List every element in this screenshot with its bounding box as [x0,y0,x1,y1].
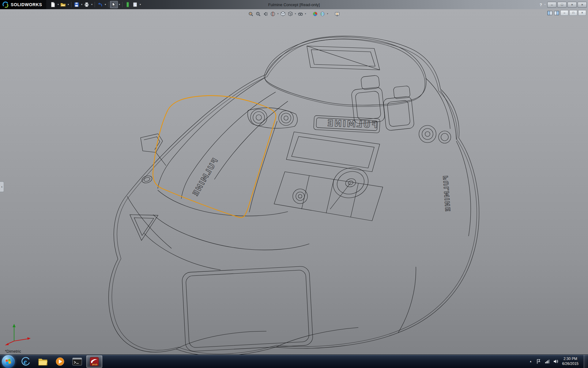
clock-date: 6/26/2015 [562,362,579,366]
apply-scene-button[interactable] [319,10,326,17]
dropdown-caret-icon[interactable]: ▾ [139,3,141,6]
pane-right-button[interactable] [554,10,560,16]
zoom-to-fit-icon [248,11,254,17]
3ds-logo-icon [2,2,9,8]
display-style-icon [288,11,293,17]
new-document-icon [50,2,56,7]
network-icon[interactable] [545,359,550,364]
system-tray: ▲ 2:30 PM 6/26/2015 [529,355,588,368]
show-desktop-button[interactable] [584,355,588,368]
wireframe-car-model [109,36,479,355]
color-swatch-button[interactable] [124,1,131,8]
view-settings-icon [335,11,340,17]
open-folder-icon [60,2,66,7]
close-button[interactable]: × [567,2,577,8]
view-orientation-button[interactable] [280,10,287,17]
previous-view-icon [263,11,268,17]
selected-edge-highlight[interactable] [153,96,276,218]
dropdown-caret-icon[interactable]: ▾ [57,3,59,6]
hide-show-items-icon [298,11,303,17]
hud-caret-icon[interactable]: ▾ [294,13,297,15]
taskbar-solidworks[interactable]: 2015 [86,355,102,368]
hud-caret-icon[interactable]: ▾ [277,13,279,15]
toolbar-separator [108,2,108,7]
dropdown-caret-icon[interactable]: ▾ [118,3,121,6]
action-center-icon[interactable] [536,359,541,364]
new-document-button[interactable] [49,1,57,8]
taskbar-internet-explorer[interactable]: e [18,355,34,368]
edit-appearance-button[interactable] [312,10,319,17]
svg-text:2015: 2015 [92,363,97,366]
maximize-button[interactable]: □ [557,2,567,8]
zoom-to-area-button[interactable] [255,10,262,17]
zoom-to-area-icon [256,11,261,17]
taskbar: e [0,355,588,368]
taskbar-media-player[interactable] [52,355,68,368]
app-logo: SOLIDWORKS [0,0,46,9]
triad-axes-icon [4,321,32,346]
solidworks-window: SOLIDWORKS ▾ ▾ [0,0,588,368]
folder-icon [38,357,48,366]
dropdown-caret-icon[interactable]: ▾ [67,3,70,6]
toolbar-separator [122,2,123,7]
help-button[interactable]: ? [539,2,543,7]
options-sheet-icon [132,2,138,7]
command-prompt-icon [72,357,82,366]
view-orientation-label: *Dimetric [5,349,21,354]
standard-toolbar: ▾ ▾ ▾ [49,1,141,8]
options-button[interactable] [131,1,139,8]
minimize-button[interactable]: – [547,2,556,8]
taskbar-windows-explorer[interactable] [35,355,51,368]
section-view-button[interactable] [270,10,277,17]
document-minimize-button[interactable]: – [560,10,568,16]
solidworks-app-icon: 2015 [89,357,99,366]
open-button[interactable] [59,1,67,8]
heads-up-view-toolbar: ▾ ▾ ▾ [247,10,341,17]
hud-caret-icon[interactable]: ▾ [326,13,329,15]
windows-flag-icon [5,358,11,365]
model-text-right: FULMINE [442,175,452,213]
undo-button[interactable] [96,1,104,8]
print-icon [84,2,89,7]
select-cursor-icon [111,2,117,7]
apply-scene-icon [320,11,325,17]
dropdown-caret-icon[interactable]: ▾ [80,3,83,6]
print-button[interactable] [83,1,90,8]
undo-icon [97,2,103,7]
previous-view-button[interactable] [262,10,269,17]
help-caret-icon[interactable]: ▾ [544,3,546,6]
media-player-icon [55,357,65,366]
graphics-area: FULMINE FULMINE FULMINE [0,9,588,355]
dropdown-caret-icon[interactable]: ▾ [104,3,107,6]
tray-expand-icon[interactable]: ▲ [529,360,533,363]
feature-manager-expand-tab[interactable]: ‹ [0,182,4,192]
document-restore-button[interactable]: □ [569,10,577,16]
hud-caret-icon[interactable]: ▾ [304,13,307,15]
hide-show-items-button[interactable] [297,10,304,17]
display-style-button[interactable] [287,10,294,17]
start-button[interactable] [2,355,15,368]
reference-triad [4,321,32,347]
pane-left-icon [547,11,552,15]
model-text-side: FULMINE [190,157,220,198]
window-controls: ? ▾ – □ × × [539,0,587,9]
pane-left-button[interactable] [547,10,553,16]
close-window-button[interactable]: × [578,2,587,8]
select-button[interactable] [110,1,118,8]
document-close-button[interactable]: × [578,10,586,16]
toolbar-separator [71,2,71,7]
taskbar-command-prompt[interactable] [69,355,85,368]
toolbar-separator [95,2,95,7]
dropdown-caret-icon[interactable]: ▾ [90,3,93,6]
volume-icon[interactable] [553,359,558,364]
view-settings-button[interactable] [334,10,341,17]
section-view-icon [270,11,276,17]
titlebar: SOLIDWORKS ▾ ▾ [0,0,588,9]
model-text-rear: FULMINE [326,118,378,130]
save-button[interactable] [73,1,80,8]
clock-time: 2:30 PM [562,357,579,362]
tray-clock[interactable]: 2:30 PM 6/26/2015 [562,357,579,366]
zoom-to-fit-button[interactable] [247,10,254,17]
model-viewport-canvas[interactable]: FULMINE FULMINE FULMINE [0,9,588,355]
save-icon [74,2,79,7]
